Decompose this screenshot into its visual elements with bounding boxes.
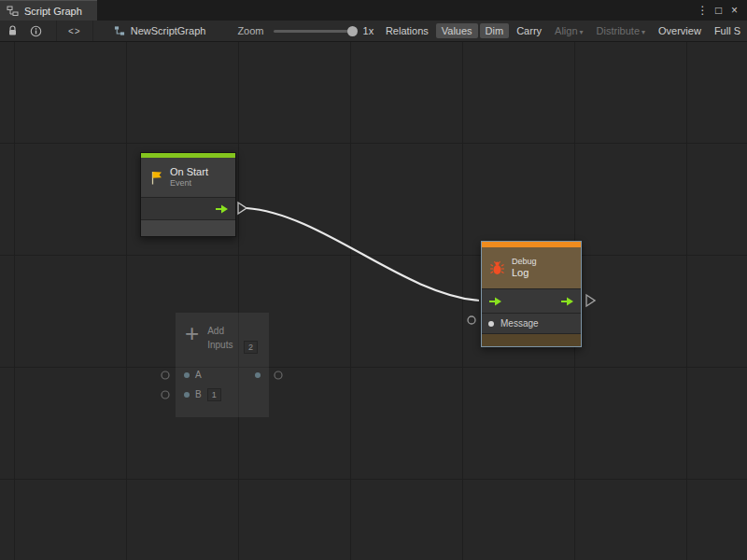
close-icon[interactable]: × xyxy=(726,0,742,21)
chevron-down-icon: ▾ xyxy=(641,28,645,36)
connection-wire[interactable] xyxy=(247,208,479,301)
node-debug-log[interactable]: Debug Log Message xyxy=(481,241,582,347)
toolbar-buttons: Relations Values Dim Carry Align▾ Distri… xyxy=(379,21,747,42)
port-a-dot[interactable] xyxy=(184,372,190,378)
values-button[interactable]: Values xyxy=(436,23,478,38)
window-controls: ⋮ □ × xyxy=(695,0,747,21)
flow-input-port[interactable] xyxy=(488,297,502,306)
zoom-slider-handle[interactable] xyxy=(347,26,358,36)
script-graph-icon xyxy=(7,5,19,17)
zoom-label: Zoom xyxy=(237,25,263,36)
debug-header: Debug Log xyxy=(482,247,581,288)
fullscreen-button[interactable]: Full S xyxy=(709,23,746,38)
on-start-header: On Start Event xyxy=(141,158,235,197)
debug-flow-row xyxy=(482,288,581,313)
debug-message-row: Message xyxy=(482,313,581,333)
on-start-output-connector[interactable] xyxy=(238,203,247,214)
port-b-dot[interactable] xyxy=(184,392,190,398)
zoom-control: Zoom 1x xyxy=(237,25,374,36)
chevron-down-icon: ▾ xyxy=(580,28,584,36)
add-port-rows: A B 1 xyxy=(176,365,269,404)
script-graph-window: Script Graph ⋮ □ × <> xyxy=(0,0,747,560)
add-b-input-connector[interactable] xyxy=(162,391,169,399)
port-a-label: A xyxy=(195,370,202,380)
graph-canvas[interactable]: On Start Event xyxy=(0,42,747,560)
graph-asset[interactable]: NewScriptGraph xyxy=(114,25,206,36)
message-port-label: Message xyxy=(500,318,539,329)
zoom-slider[interactable] xyxy=(274,30,356,33)
align-button: Align▾ xyxy=(549,23,588,38)
carry-button[interactable]: Carry xyxy=(511,23,547,38)
relations-button[interactable]: Relations xyxy=(380,23,434,38)
message-port-dot[interactable] xyxy=(488,321,494,327)
on-start-footer xyxy=(141,219,235,236)
info-icon[interactable] xyxy=(24,21,47,42)
bug-icon xyxy=(489,260,505,276)
port-b-label: B xyxy=(195,389,202,399)
dim-button[interactable]: Dim xyxy=(480,23,510,38)
graph-toolbar: <> NewScriptGraph Zoom 1x Relations Valu… xyxy=(0,21,747,42)
flag-icon xyxy=(148,170,163,186)
add-a-input-connector[interactable] xyxy=(162,371,169,379)
graph-asset-icon xyxy=(114,25,125,36)
node-add-ghost[interactable]: + Add Inputs 2 A B 1 xyxy=(176,313,269,417)
node-on-start[interactable]: On Start Event xyxy=(140,152,236,237)
zoom-value: 1x xyxy=(363,25,374,36)
on-start-title: On Start xyxy=(170,166,208,179)
window-menu-icon[interactable]: ⋮ xyxy=(695,0,711,21)
port-b-value[interactable]: 1 xyxy=(207,388,221,401)
on-start-subtitle: Event xyxy=(170,178,208,189)
flow-output-port[interactable] xyxy=(560,297,574,306)
plus-icon: + xyxy=(185,322,199,344)
add-title: Add xyxy=(207,324,233,338)
flow-output-port[interactable] xyxy=(215,204,229,214)
code-view-button[interactable]: <> xyxy=(56,21,93,42)
on-start-flow-row xyxy=(141,197,235,219)
add-output-connector[interactable] xyxy=(275,371,282,379)
graph-overlay xyxy=(0,42,747,560)
maximize-icon[interactable]: □ xyxy=(711,0,726,21)
debug-output-connector[interactable] xyxy=(586,295,595,306)
overview-button[interactable]: Overview xyxy=(653,23,707,38)
title-bar: Script Graph ⋮ □ × xyxy=(0,0,747,21)
message-input-connector[interactable] xyxy=(468,316,475,324)
debug-footer xyxy=(482,333,581,346)
add-port-a-row: A xyxy=(176,365,269,385)
add-subtitle: Inputs xyxy=(207,338,233,352)
window-title: Script Graph xyxy=(24,6,82,17)
graph-name: NewScriptGraph xyxy=(131,25,206,36)
debug-title: Log xyxy=(512,267,537,280)
add-output-dot[interactable] xyxy=(255,372,261,378)
debug-category: Debug xyxy=(512,257,537,267)
lock-icon[interactable] xyxy=(0,21,24,42)
add-input-count[interactable]: 2 xyxy=(244,341,258,354)
distribute-button: Distribute▾ xyxy=(591,23,651,38)
add-port-b-row: B 1 xyxy=(176,385,269,404)
tab-script-graph[interactable]: Script Graph xyxy=(0,0,97,21)
